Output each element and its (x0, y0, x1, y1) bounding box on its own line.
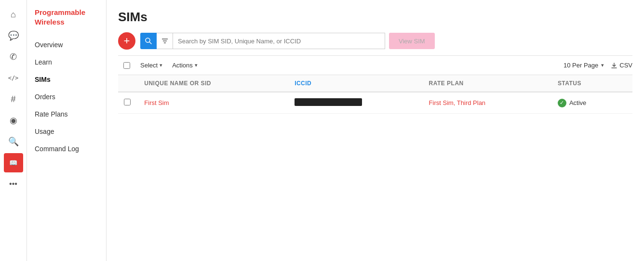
nav-item-rate-plans[interactable]: Rate Plans (27, 105, 106, 123)
table-row: First Sim First Sim, Third Plan ✓ Active (118, 92, 632, 114)
select-chevron-icon: ▾ (160, 62, 162, 68)
book-icon[interactable]: 📖 (4, 153, 23, 172)
toolbar: + View SIM (118, 32, 632, 50)
code-icon[interactable]: </> (4, 68, 23, 88)
select-all-checkbox[interactable] (123, 62, 130, 69)
download-icon (611, 62, 617, 69)
nav-item-command-log[interactable]: Command Log (27, 140, 106, 157)
search-icon (145, 37, 152, 45)
select-all-checkbox-col (118, 62, 135, 69)
page-title: SIMs (118, 10, 632, 25)
th-checkbox (118, 75, 138, 92)
th-status: STATUS (552, 75, 632, 92)
per-page-control: 10 Per Page ▾ CSV (564, 62, 632, 69)
table-controls: Select ▾ Actions ▾ 10 Per Page ▾ CSV (118, 55, 632, 75)
filter-icon (161, 38, 168, 44)
main-content: SIMs + View SIM Select ▾ Ac (107, 0, 644, 261)
row-checkbox-cell (118, 92, 138, 114)
phone-icon[interactable]: ✆ (4, 47, 23, 66)
hash-icon[interactable]: # (4, 90, 23, 109)
more-icon[interactable]: ••• (4, 174, 23, 194)
brand-title: Programmable Wireless (27, 8, 106, 36)
table-header-row: UNIQUE NAME OR SID ICCID RATE PLAN STATU… (118, 75, 632, 92)
row-iccid (289, 92, 423, 114)
left-nav: Programmable Wireless Overview Learn SIM… (27, 0, 107, 261)
row-status: ✓ Active (552, 92, 632, 114)
svg-line-1 (149, 42, 151, 44)
status-active-indicator: ✓ Active (558, 99, 627, 107)
row-rate-plan[interactable]: First Sim, Third Plan (423, 92, 552, 114)
search-nav-icon[interactable]: 🔍 (4, 132, 23, 151)
nav-item-overview[interactable]: Overview (27, 36, 106, 53)
th-unique-name[interactable]: UNIQUE NAME OR SID (138, 75, 289, 92)
nav-item-learn[interactable]: Learn (27, 53, 106, 71)
home-icon[interactable]: ⌂ (4, 5, 23, 24)
icon-rail: ⌂ 💬 ✆ </> # ◉ 🔍 📖 ••• (0, 0, 27, 261)
filter-button[interactable] (157, 33, 173, 49)
nav-item-orders[interactable]: Orders (27, 88, 106, 105)
chat-icon[interactable]: 💬 (4, 26, 23, 45)
view-sim-button[interactable]: View SIM (389, 33, 435, 49)
add-sim-button[interactable]: + (118, 32, 135, 50)
row-checkbox[interactable] (124, 99, 131, 105)
iccid-redacted (295, 98, 362, 106)
search-input[interactable] (173, 33, 385, 49)
nav-item-usage[interactable]: Usage (27, 123, 106, 140)
sims-table: UNIQUE NAME OR SID ICCID RATE PLAN STATU… (118, 75, 632, 114)
actions-dropdown-button[interactable]: Actions ▾ (167, 60, 202, 71)
th-rate-plan: RATE PLAN (423, 75, 552, 92)
search-button[interactable] (140, 33, 157, 49)
actions-chevron-icon: ▾ (195, 62, 198, 68)
select-dropdown-button[interactable]: Select ▾ (135, 60, 167, 71)
per-page-chevron-icon[interactable]: ▾ (601, 62, 604, 68)
bubble-icon[interactable]: ◉ (4, 111, 23, 130)
th-iccid[interactable]: ICCID (289, 75, 423, 92)
nav-item-sims[interactable]: SIMs (27, 71, 106, 88)
row-sim-name[interactable]: First Sim (138, 92, 289, 114)
status-dot-icon: ✓ (558, 99, 566, 107)
csv-button[interactable]: CSV (611, 62, 632, 69)
